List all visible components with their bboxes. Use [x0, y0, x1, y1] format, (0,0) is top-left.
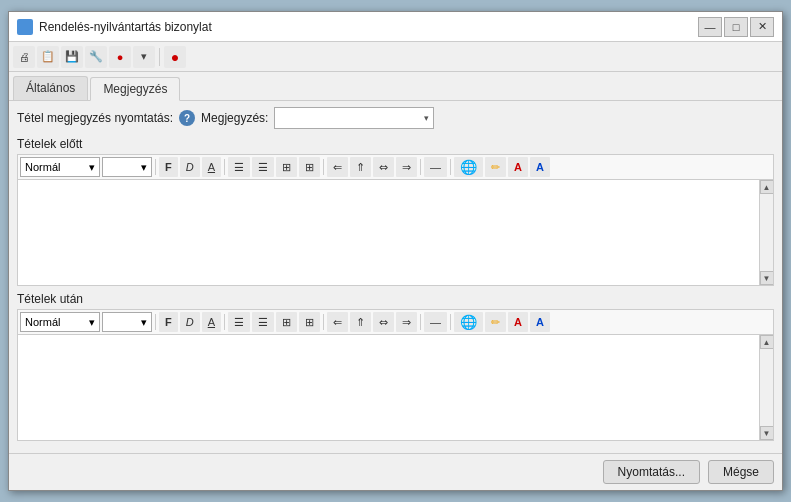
megjegyzes-dropdown[interactable]: ▾: [274, 107, 434, 129]
main-window: Rendelés-nyilvántartás bizonylat — □ ✕ 🖨…: [8, 11, 783, 491]
before-scrollbar[interactable]: ▲ ▼: [759, 180, 773, 285]
print-label: Tétel megjegyzés nyomtatás:: [17, 111, 173, 125]
after-indent2-btn[interactable]: ⊞: [299, 312, 320, 332]
red-toolbar-btn1[interactable]: ●: [109, 46, 131, 68]
toolbar-sep-3: [323, 159, 324, 175]
before-section: Tételek előtt Normál ▾ ▾ F D A ☰ ☰: [17, 137, 774, 286]
before-italic-btn[interactable]: D: [180, 157, 200, 177]
after-font-color-btn[interactable]: A: [508, 312, 528, 332]
after-toolbar-sep-2: [224, 314, 225, 330]
after-underline-btn[interactable]: A: [202, 312, 221, 332]
top-config-row: Tétel megjegyzés nyomtatás: ? Megjegyzés…: [17, 107, 774, 129]
before-align-justify-btn[interactable]: ⇔: [373, 157, 394, 177]
after-list2-btn[interactable]: ☰: [252, 312, 274, 332]
after-font-highlight-btn[interactable]: A: [530, 312, 550, 332]
before-indent1-btn[interactable]: ⊞: [276, 157, 297, 177]
print-button[interactable]: Nyomtatás...: [603, 460, 700, 484]
before-editor-area[interactable]: ▲ ▼: [17, 179, 774, 286]
footer-bar: Nyomtatás... Mégse: [9, 453, 782, 490]
after-font-dropdown[interactable]: ▾: [102, 312, 152, 332]
toolbar-sep-4: [420, 159, 421, 175]
after-align-right-btn[interactable]: ⇒: [396, 312, 417, 332]
before-style-dropdown[interactable]: Normál ▾: [20, 157, 100, 177]
before-font-color-btn[interactable]: A: [508, 157, 528, 177]
new-toolbar-btn[interactable]: 📋: [37, 46, 59, 68]
before-font-dropdown-arrow: ▾: [141, 161, 147, 174]
after-editor-area[interactable]: ▲ ▼: [17, 334, 774, 441]
after-style-dropdown[interactable]: Normál ▾: [20, 312, 100, 332]
after-toolbar-sep-1: [155, 314, 156, 330]
cancel-button[interactable]: Mégse: [708, 460, 774, 484]
before-list2-btn[interactable]: ☰: [252, 157, 274, 177]
minimize-button[interactable]: —: [698, 17, 722, 37]
maximize-button[interactable]: □: [724, 17, 748, 37]
before-style-dropdown-arrow: ▾: [89, 161, 95, 174]
after-line-btn[interactable]: —: [424, 312, 447, 332]
before-globe-btn[interactable]: 🌐: [454, 157, 483, 177]
tab-bar: Általános Megjegyzés: [9, 72, 782, 101]
print-toolbar-btn[interactable]: 🖨: [13, 46, 35, 68]
before-line-btn[interactable]: —: [424, 157, 447, 177]
after-style-dropdown-arrow: ▾: [89, 316, 95, 329]
tab-altalanos[interactable]: Általános: [13, 76, 88, 100]
after-toolbar-sep-5: [450, 314, 451, 330]
after-toolbar-sep-3: [323, 314, 324, 330]
before-underline-btn[interactable]: A: [202, 157, 221, 177]
after-bold-btn[interactable]: F: [159, 312, 178, 332]
field-label: Megjegyzés:: [201, 111, 268, 125]
window-title: Rendelés-nyilvántartás bizonylat: [39, 20, 212, 34]
before-section-label: Tételek előtt: [17, 137, 774, 151]
help-button[interactable]: ?: [179, 110, 195, 126]
after-align-center-btn[interactable]: ⇑: [350, 312, 371, 332]
before-editor-toolbar: Normál ▾ ▾ F D A ☰ ☰ ⊞ ⊞ ⇐ ⇑: [17, 154, 774, 179]
title-bar-controls: — □ ✕: [698, 17, 774, 37]
dropdown-toolbar-btn[interactable]: ▾: [133, 46, 155, 68]
settings-toolbar-btn[interactable]: 🔧: [85, 46, 107, 68]
tab-content: Tétel megjegyzés nyomtatás: ? Megjegyzés…: [9, 101, 782, 453]
after-pencil-btn[interactable]: ✏: [485, 312, 506, 332]
after-section-label: Tételek után: [17, 292, 774, 306]
after-scrollbar[interactable]: ▲ ▼: [759, 335, 773, 440]
dropdown-arrow-icon: ▾: [424, 113, 429, 123]
before-align-right-btn[interactable]: ⇒: [396, 157, 417, 177]
window-icon: [17, 19, 33, 35]
before-align-center-btn[interactable]: ⇑: [350, 157, 371, 177]
before-scroll-up[interactable]: ▲: [760, 180, 774, 194]
before-list1-btn[interactable]: ☰: [228, 157, 250, 177]
before-font-dropdown[interactable]: ▾: [102, 157, 152, 177]
toolbar-separator: [159, 48, 160, 66]
after-align-left-btn[interactable]: ⇐: [327, 312, 348, 332]
before-indent2-btn[interactable]: ⊞: [299, 157, 320, 177]
before-bold-btn[interactable]: F: [159, 157, 178, 177]
after-editor-toolbar: Normál ▾ ▾ F D A ☰ ☰ ⊞ ⊞ ⇐ ⇑: [17, 309, 774, 334]
after-globe-btn[interactable]: 🌐: [454, 312, 483, 332]
save-toolbar-btn[interactable]: 💾: [61, 46, 83, 68]
tab-megjegyzes[interactable]: Megjegyzés: [90, 77, 180, 101]
after-scroll-up[interactable]: ▲: [760, 335, 774, 349]
after-scroll-down[interactable]: ▼: [760, 426, 774, 440]
red-toolbar-btn2[interactable]: ●: [164, 46, 186, 68]
main-toolbar: 🖨 📋 💾 🔧 ● ▾ ●: [9, 42, 782, 72]
after-toolbar-sep-4: [420, 314, 421, 330]
toolbar-sep-5: [450, 159, 451, 175]
close-button[interactable]: ✕: [750, 17, 774, 37]
before-align-left-btn[interactable]: ⇐: [327, 157, 348, 177]
before-pencil-btn[interactable]: ✏: [485, 157, 506, 177]
after-indent1-btn[interactable]: ⊞: [276, 312, 297, 332]
title-bar: Rendelés-nyilvántartás bizonylat — □ ✕: [9, 12, 782, 42]
toolbar-sep-2: [224, 159, 225, 175]
after-list1-btn[interactable]: ☰: [228, 312, 250, 332]
before-font-highlight-btn[interactable]: A: [530, 157, 550, 177]
after-align-justify-btn[interactable]: ⇔: [373, 312, 394, 332]
after-italic-btn[interactable]: D: [180, 312, 200, 332]
toolbar-sep-1: [155, 159, 156, 175]
after-font-dropdown-arrow: ▾: [141, 316, 147, 329]
before-scroll-down[interactable]: ▼: [760, 271, 774, 285]
after-section: Tételek után Normál ▾ ▾ F D A ☰ ☰: [17, 292, 774, 441]
title-bar-left: Rendelés-nyilvántartás bizonylat: [17, 19, 212, 35]
